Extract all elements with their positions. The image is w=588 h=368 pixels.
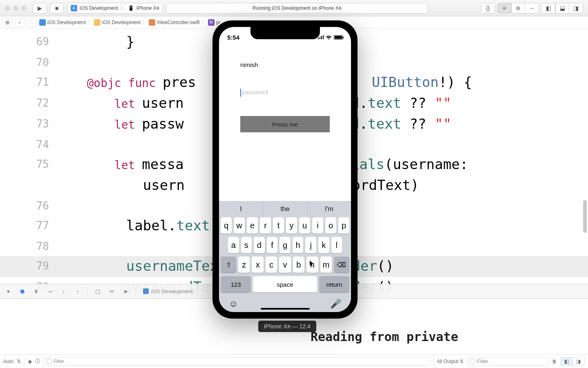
mic-icon[interactable]: 🎤 <box>330 299 341 309</box>
key-u[interactable]: u <box>299 217 310 234</box>
keyboard-predictions: I the I'm <box>219 201 351 217</box>
close-icon[interactable] <box>5 6 10 11</box>
key-v[interactable]: v <box>279 256 291 273</box>
keyboard-row-2: asdfghjkl <box>219 237 351 253</box>
key-space[interactable]: space <box>253 276 317 292</box>
trash-icon[interactable]: 🗑 <box>552 359 557 364</box>
key-p[interactable]: p <box>338 217 349 234</box>
key-shift[interactable]: ⇧ <box>221 256 236 273</box>
key-q[interactable]: q <box>221 217 232 234</box>
step-over-icon[interactable]: ⤻ <box>46 288 54 294</box>
key-y[interactable]: y <box>286 217 297 234</box>
mouse-cursor <box>310 261 315 267</box>
key-c[interactable]: c <box>266 256 277 273</box>
simulator-screen[interactable]: 5:54 nimish password Press me I the I'm <box>219 27 351 312</box>
version-editor-button[interactable]: ↔ <box>525 3 539 13</box>
key-z[interactable]: z <box>238 256 250 273</box>
debug-target[interactable]: iOS Development <box>143 288 193 294</box>
clock: 5:54 <box>227 34 239 41</box>
emoji-icon[interactable]: ☺ <box>229 299 238 309</box>
console-filter[interactable]: Filter <box>467 357 549 366</box>
key-w[interactable]: w <box>234 217 245 234</box>
battery-icon <box>334 35 343 40</box>
swift-file-icon <box>149 19 155 26</box>
debug-view-icon[interactable]: ▢ <box>94 288 102 294</box>
key-h[interactable]: h <box>293 237 304 253</box>
step-out-icon[interactable]: ↑ <box>74 288 82 294</box>
pause-icon[interactable]: ⏸ <box>32 288 40 294</box>
eye-icon[interactable]: ◉ <box>28 359 32 364</box>
key-t[interactable]: t <box>273 217 284 234</box>
key-x[interactable]: x <box>252 256 263 273</box>
library-button[interactable]: {} <box>481 3 495 13</box>
key-l[interactable]: l <box>331 237 342 253</box>
key-b[interactable]: b <box>293 256 304 273</box>
left-panel-button[interactable]: ◧ <box>541 3 555 13</box>
memory-icon[interactable]: ✂ <box>107 288 116 294</box>
key-return[interactable]: return <box>319 276 349 292</box>
prediction-1[interactable]: I <box>219 201 263 217</box>
breadcrumb-symbol[interactable]: M pr <box>208 19 221 26</box>
line-number: 76 <box>0 196 59 216</box>
keyboard-row-4: 123 space return <box>219 276 351 292</box>
key-r[interactable]: r <box>260 217 271 234</box>
line-number: 75 <box>0 154 59 175</box>
info-icon[interactable]: ⓘ <box>35 358 40 365</box>
line-number: 78 <box>0 236 59 256</box>
variables-filter[interactable]: Filter <box>43 357 430 366</box>
forward-button[interactable]: › <box>27 18 37 27</box>
run-button[interactable]: ▶ <box>33 3 47 13</box>
key-o[interactable]: o <box>325 217 336 234</box>
back-button[interactable]: ‹ <box>15 18 25 27</box>
line-number: 72 <box>0 93 59 114</box>
scheme-selector[interactable]: A iOS Development 〉 📱 iPhone Xʀ <box>67 3 163 13</box>
right-half-icon[interactable]: ◨ <box>573 357 585 366</box>
editor-scrollbar[interactable] <box>583 200 587 233</box>
output-selector[interactable]: All Output ⇅ <box>437 359 464 364</box>
breadcrumb-file[interactable]: ViewController.swift〉 <box>149 19 206 26</box>
key-f[interactable]: f <box>267 237 278 253</box>
bottom-panel-button[interactable]: ⬓ <box>555 3 569 13</box>
password-field[interactable]: password <box>240 89 330 96</box>
breadcrumb-folder[interactable]: iOS Development〉 <box>94 19 147 26</box>
keyboard-row-3: ⇧zxcvbnm⌫ <box>219 256 351 273</box>
key-m[interactable]: m <box>320 256 332 273</box>
press-me-button[interactable]: Press me <box>240 116 330 132</box>
home-indicator[interactable] <box>261 308 310 310</box>
console-panel-toggle[interactable]: ◧ ◨ <box>560 357 585 366</box>
breadcrumb-project[interactable]: iOS Development〉 <box>39 19 92 26</box>
key-k[interactable]: k <box>318 237 329 253</box>
key-a[interactable]: a <box>228 237 239 253</box>
username-field[interactable]: nimish <box>240 61 330 68</box>
key-backspace[interactable]: ⌫ <box>334 256 349 273</box>
related-items-button[interactable]: ⊞ <box>2 18 12 27</box>
window-controls <box>5 6 26 11</box>
prediction-2[interactable]: the <box>263 201 307 217</box>
assistant-editor-button[interactable]: ⊚ <box>511 3 525 13</box>
key-s[interactable]: s <box>241 237 252 253</box>
standard-editor-button[interactable]: ≡ <box>497 3 511 13</box>
bottom-status-bar: Auto⇅ ◉ ⓘ Filter All Output ⇅ Filter 🗑 ◧… <box>0 354 588 368</box>
left-half-icon[interactable]: ◧ <box>561 357 573 366</box>
key-e[interactable]: e <box>247 217 258 234</box>
stop-button[interactable]: ■ <box>50 3 64 13</box>
right-panel-button[interactable]: ◨ <box>569 3 583 13</box>
hide-debug-icon[interactable]: ▾ <box>4 288 12 294</box>
auto-label[interactable]: Auto <box>3 359 13 364</box>
key-i[interactable]: i <box>312 217 323 234</box>
breakpoint-icon[interactable]: ⬣ <box>18 288 26 294</box>
prediction-3[interactable]: I'm <box>307 201 351 217</box>
line-number: 70 <box>0 53 59 72</box>
zoom-icon[interactable] <box>21 6 26 11</box>
minimize-icon[interactable] <box>13 6 18 11</box>
step-in-icon[interactable]: ↓ <box>60 288 68 294</box>
location-icon[interactable]: ➤ <box>121 288 130 294</box>
key-g[interactable]: g <box>279 237 291 253</box>
key-d[interactable]: d <box>254 237 265 253</box>
key-j[interactable]: j <box>305 237 316 253</box>
panel-segment: ◧ ⬓ ◨ <box>541 3 583 13</box>
chevron-right-icon: 〉 <box>121 4 125 11</box>
key-123[interactable]: 123 <box>221 276 251 292</box>
device-icon: 📱 <box>128 5 134 11</box>
line-number: 79 <box>0 256 59 277</box>
